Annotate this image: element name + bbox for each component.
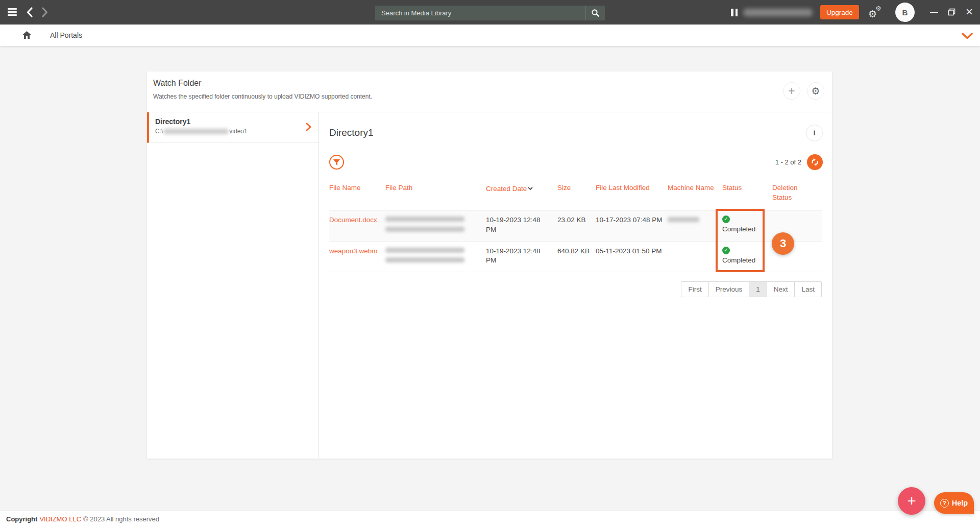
breadcrumb[interactable]: All Portals	[50, 31, 82, 39]
column-size[interactable]: Size	[557, 181, 596, 210]
footer: Copyright VIDIZMO LLC © 2023 All rights …	[0, 511, 980, 527]
table-toolbar: 1 - 2 of 2	[329, 154, 823, 170]
table-header-row: File Name File Path Created Date Size Fi…	[329, 181, 822, 210]
sort-descending-icon	[528, 183, 533, 193]
file-name-link[interactable]: Document.docx	[329, 216, 377, 224]
redacted-file-path	[385, 248, 464, 253]
avatar[interactable]: B	[895, 3, 915, 22]
size-cell: 640.82 KB	[557, 241, 596, 272]
pagination-first-button[interactable]: First	[681, 281, 708, 297]
copyright-label: Copyright	[6, 515, 37, 523]
info-icon[interactable]: i	[806, 125, 823, 141]
redacted-file-path	[385, 227, 464, 232]
page-title: Watch Folder	[153, 79, 202, 88]
refresh-icon[interactable]	[807, 154, 823, 170]
file-last-modified-cell: 05-11-2023 01:50 PM	[596, 241, 668, 272]
pagination-next-button[interactable]: Next	[767, 281, 795, 297]
pagination-range-label: 1 - 2 of 2	[775, 158, 801, 166]
question-icon: ?	[940, 499, 949, 508]
chevron-down-icon[interactable]	[962, 32, 973, 41]
search-input[interactable]	[375, 6, 585, 20]
step-number-badge: 3	[772, 232, 794, 255]
redacted-file-path	[385, 217, 464, 222]
minimize-window-icon[interactable]	[930, 12, 938, 13]
pause-icon[interactable]	[731, 9, 738, 16]
size-cell: 23.02 KB	[557, 210, 596, 241]
card-header: Watch Folder Watches the specified folde…	[147, 71, 832, 112]
directory-detail-panel: Directory1 i 1 - 2 of 2	[319, 112, 832, 458]
directory-detail-title: Directory1	[329, 127, 374, 138]
column-file-last-modified[interactable]: File Last Modified	[596, 181, 668, 210]
created-date-cell: 10-19-2023 12:48 PM	[486, 210, 557, 241]
column-machine-name[interactable]: Machine Name	[668, 181, 722, 210]
column-status[interactable]: Status	[722, 181, 772, 210]
file-path-cell	[385, 210, 486, 241]
restore-window-icon[interactable]	[948, 8, 956, 16]
status-cell: ✓Completed	[722, 241, 772, 272]
breadcrumb-bar: All Portals	[0, 25, 980, 46]
created-date-cell: 10-19-2023 12:48 PM	[486, 241, 557, 272]
search-icon[interactable]	[585, 6, 605, 20]
files-table: File Name File Path Created Date Size Fi…	[329, 181, 822, 272]
directory-name: Directory1	[155, 117, 312, 126]
close-window-icon[interactable]: ×	[964, 4, 975, 19]
pagination-previous-button[interactable]: Previous	[708, 281, 750, 297]
column-file-name[interactable]: File Name	[329, 181, 385, 210]
company-link[interactable]: VIDIZMO LLC	[39, 515, 81, 523]
table-row: Document.docx 10-19-2023 12:48 PM 23.02 …	[329, 210, 822, 241]
directory-path: C:\ video1	[155, 128, 312, 135]
upgrade-button[interactable]: Upgrade	[820, 5, 859, 19]
gears-icon[interactable]: ⚙⚙	[868, 5, 884, 20]
pagination: First Previous 1 Next Last	[329, 281, 822, 297]
file-name-link[interactable]: weapon3.webm	[329, 247, 378, 255]
machine-name-cell	[668, 241, 722, 272]
directory-list: Directory1 C:\ video1	[147, 112, 319, 458]
redacted-path	[163, 129, 229, 134]
gear-icon[interactable]: ⚙	[807, 82, 824, 100]
machine-name-cell	[668, 210, 722, 241]
redacted-file-path	[385, 257, 464, 262]
pagination-page-1-button[interactable]: 1	[749, 281, 767, 297]
file-path-cell	[385, 241, 486, 272]
add-fab-button[interactable]: +	[898, 487, 925, 515]
chevron-right-icon	[306, 123, 311, 133]
back-arrow-icon[interactable]	[26, 7, 34, 17]
check-circle-icon: ✓	[722, 215, 730, 223]
card-body: Directory1 C:\ video1 Directory1 i	[147, 112, 832, 458]
home-icon[interactable]	[22, 31, 31, 41]
file-last-modified-cell: 10-17-2023 07:48 PM	[596, 210, 668, 241]
hamburger-menu-icon[interactable]	[8, 8, 17, 16]
help-button[interactable]: ? Help	[934, 492, 974, 514]
watch-folder-card: Watch Folder Watches the specified folde…	[147, 71, 832, 459]
add-watch-folder-button[interactable]: +	[783, 82, 800, 100]
rights-text: © 2023 All rights reserved	[83, 515, 159, 523]
page-subtitle: Watches the specified folder continuousl…	[153, 93, 372, 100]
column-created-date[interactable]: Created Date	[486, 181, 557, 210]
directory-list-item[interactable]: Directory1 C:\ video1	[147, 112, 318, 143]
column-deletion-status[interactable]: Deletion Status	[772, 181, 822, 210]
check-circle-icon: ✓	[722, 247, 730, 254]
media-library-search	[375, 6, 605, 20]
column-file-path[interactable]: File Path	[385, 181, 486, 210]
redacted-machine-name	[668, 217, 699, 222]
filter-icon[interactable]	[329, 155, 344, 170]
table-row: weapon3.webm 10-19-2023 12:48 PM 640.82 …	[329, 241, 822, 272]
redacted-trial-text	[743, 9, 813, 16]
pagination-last-button[interactable]: Last	[794, 281, 822, 297]
app-window: Upgrade ⚙⚙ B × All Portals Watch Folder …	[0, 0, 980, 527]
top-bar: Upgrade ⚙⚙ B ×	[0, 0, 980, 25]
status-cell: ✓Completed	[722, 210, 772, 241]
forward-arrow-icon[interactable]	[41, 7, 50, 17]
